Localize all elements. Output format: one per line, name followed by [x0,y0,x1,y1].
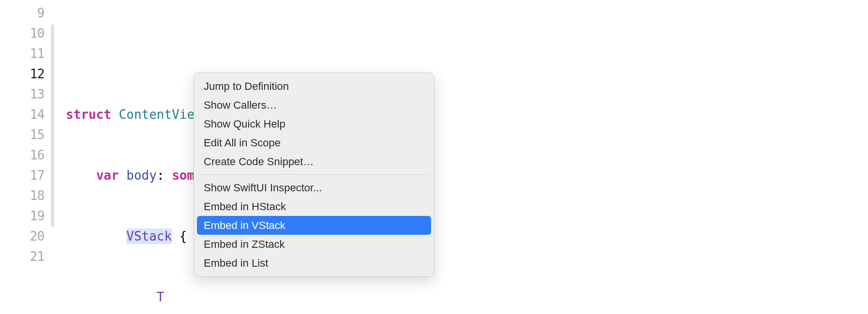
line-number: 18 [0,186,45,206]
menu-item-create-code-snippet[interactable]: Create Code Snippet… [194,152,434,171]
line-number: 15 [0,125,45,145]
menu-item-embed-in-list[interactable]: Embed in List [194,254,434,272]
line-number: 10 [0,23,45,43]
line-number-active: 12 [0,64,45,84]
menu-item-embed-in-zstack[interactable]: Embed in ZStack [194,235,434,254]
change-indicator [51,24,54,227]
menu-item-jump-to-definition[interactable]: Jump to Definition [194,77,434,96]
menu-item-show-quick-help[interactable]: Show Quick Help [194,114,434,133]
context-menu[interactable]: Jump to Definition Show Callers… Show Qu… [194,72,434,277]
line-number: 21 [0,246,45,267]
menu-item-show-swiftui-inspector[interactable]: Show SwiftUI Inspector... [194,178,434,197]
line-number-gutter: 9 10 11 12 13 14 15 16 17 18 19 20 21 [0,3,48,314]
line-number: 9 [0,3,45,23]
line-number: 20 [0,226,45,246]
menu-item-embed-in-vstack[interactable]: Embed in VStack [197,216,431,235]
line-number: 19 [0,206,45,226]
menu-separator [199,174,429,175]
menu-item-show-callers[interactable]: Show Callers… [194,96,434,114]
menu-item-embed-in-hstack[interactable]: Embed in HStack [194,197,434,216]
menu-item-edit-all-in-scope[interactable]: Edit All in Scope [194,133,434,152]
selected-token: VStack [126,228,172,244]
line-number: 13 [0,84,45,104]
line-number: 14 [0,104,45,125]
line-number: 11 [0,43,45,64]
code-line: T [66,287,528,307]
line-number: 17 [0,165,45,186]
line-number: 16 [0,145,45,165]
code-line [66,43,528,64]
